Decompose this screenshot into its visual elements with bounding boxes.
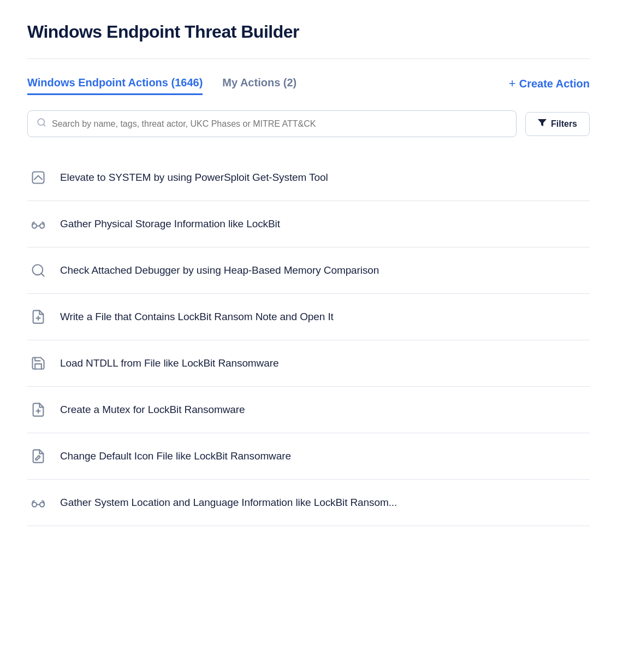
page-title: Windows Endpoint Threat Builder — [27, 22, 590, 42]
filter-button[interactable]: Filters — [525, 112, 590, 136]
action-label: Gather Physical Storage Information like… — [60, 218, 280, 230]
search-filter-row: Filters — [27, 110, 590, 137]
file-plus-icon — [27, 399, 49, 421]
plus-icon: + — [509, 76, 516, 91]
file-plus-icon — [27, 306, 49, 328]
action-label: Load NTDLL from File like LockBit Ransom… — [60, 357, 278, 369]
file-edit-icon — [27, 445, 49, 467]
glasses-icon — [27, 492, 49, 514]
title-divider — [27, 58, 590, 59]
list-item[interactable]: Gather Physical Storage Information like… — [27, 201, 590, 247]
action-label: Check Attached Debugger by using Heap-Ba… — [60, 264, 379, 276]
create-action-button[interactable]: + Create Action — [509, 76, 590, 91]
list-item[interactable]: Create a Mutex for LockBit Ransomware — [27, 387, 590, 433]
glasses-icon — [27, 213, 49, 235]
create-action-label: Create Action — [519, 78, 590, 90]
list-item[interactable]: Write a File that Contains LockBit Ranso… — [27, 294, 590, 340]
list-item[interactable]: Gather System Location and Language Info… — [27, 480, 590, 526]
action-label: Elevate to SYSTEM by using PowerSploit G… — [60, 172, 328, 184]
list-item[interactable]: Elevate to SYSTEM by using PowerSploit G… — [27, 155, 590, 201]
action-label: Change Default Icon File like LockBit Ra… — [60, 450, 291, 462]
filter-icon — [538, 119, 547, 128]
list-item[interactable]: Load NTDLL from File like LockBit Ransom… — [27, 340, 590, 387]
search-icon — [27, 260, 49, 281]
action-list: Elevate to SYSTEM by using PowerSploit G… — [27, 155, 590, 526]
search-box — [27, 110, 517, 137]
save-icon — [27, 352, 49, 374]
list-item[interactable]: Check Attached Debugger by using Heap-Ba… — [27, 247, 590, 294]
action-label: Create a Mutex for LockBit Ransomware — [60, 404, 245, 416]
tabs-row: Windows Endpoint Actions (1646) My Actio… — [27, 72, 590, 95]
tab-windows-endpoint-actions[interactable]: Windows Endpoint Actions (1646) — [27, 72, 203, 95]
action-label: Write a File that Contains LockBit Ranso… — [60, 311, 334, 323]
chevron-up-icon — [27, 167, 49, 188]
action-label: Gather System Location and Language Info… — [60, 497, 397, 509]
svg-rect-2 — [33, 172, 44, 184]
list-item[interactable]: Change Default Icon File like LockBit Ra… — [27, 433, 590, 480]
svg-line-1 — [43, 124, 45, 126]
svg-line-7 — [41, 273, 44, 276]
search-input[interactable] — [52, 119, 507, 129]
search-icon — [37, 117, 46, 130]
filter-button-label: Filters — [551, 119, 577, 129]
tab-my-actions[interactable]: My Actions (2) — [222, 72, 296, 95]
